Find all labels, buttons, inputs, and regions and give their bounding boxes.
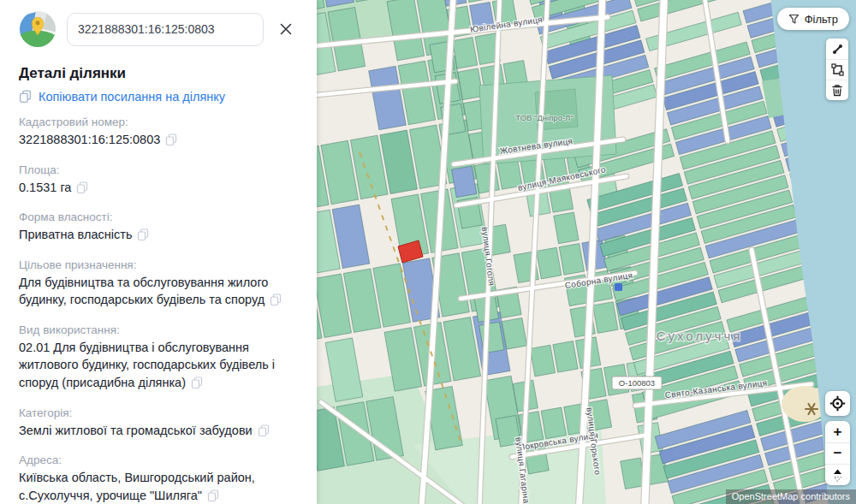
bus-stop-icon [615, 283, 622, 291]
zoom-out-button[interactable]: − [825, 442, 850, 464]
map-canvas: Ювілейна вулиця Жовтнева вулиця вулиця М… [317, 0, 856, 504]
ruler-icon [831, 43, 844, 56]
map-attribution[interactable]: OpenStreetMap contributors [726, 489, 856, 504]
field-label: Кадастровий номер: [19, 116, 298, 128]
locate-me-button[interactable] [825, 391, 850, 416]
copy-icon[interactable] [165, 133, 177, 151]
field-value: 3221888301:16:125:0803 [19, 133, 160, 146]
field-label: Площа: [19, 163, 298, 176]
road-ref-label: О-100803 [619, 378, 655, 388]
field-value: Для будівництва та обслуговування жилого… [19, 276, 268, 307]
copy-icon[interactable] [258, 424, 270, 442]
copy-icon[interactable] [76, 181, 88, 199]
zoom-in-button[interactable]: + [825, 421, 850, 442]
panel-header [19, 10, 298, 48]
details-panel: Деталі ділянки Копіювати посилання на ді… [0, 0, 317, 504]
draw-tools [826, 39, 848, 100]
cadastral-map-app: Деталі ділянки Копіювати посилання на ді… [0, 0, 856, 504]
company-label: ТОВ "Дніпро-Л" [515, 113, 573, 122]
measure-area-button[interactable] [826, 59, 848, 80]
copy-icon[interactable] [137, 228, 149, 246]
funnel-icon [788, 14, 800, 25]
field-address: Адреса: Київська область, Вишгородський … [19, 454, 298, 504]
field-ownership: Форма власності: Приватна власність [19, 210, 298, 246]
field-use-type: Вид використання: 02.01 Для будівництва … [19, 323, 298, 394]
app-logo-icon[interactable] [19, 10, 56, 48]
zoom-step-button[interactable] [825, 464, 850, 485]
town-label: Сухолуччя [657, 329, 743, 343]
copy-icon[interactable] [207, 489, 219, 504]
field-purpose: Цільове призначення: Для будівництва та … [19, 258, 298, 311]
copy-link-icon [19, 90, 32, 104]
field-label: Категорія: [19, 406, 298, 419]
copy-link-label: Копіювати посилання на ділянку [39, 90, 225, 104]
page-title: Деталі ділянки [19, 65, 298, 82]
field-category: Категорія: Землі житлової та громадської… [19, 406, 298, 442]
copy-icon[interactable] [191, 377, 203, 394]
field-label: Форма власності: [19, 210, 298, 223]
measure-distance-button[interactable] [826, 39, 848, 59]
clear-measurements-button[interactable] [826, 80, 848, 100]
filter-label: Фільтр [805, 13, 838, 26]
field-value: Землі житлової та громадської забудови [19, 424, 253, 437]
trash-icon [831, 84, 843, 97]
field-area: Площа: 0.1531 га [19, 163, 298, 199]
field-value: 0.1531 га [19, 181, 71, 194]
field-value: Київська область, Вишгородський район, с… [19, 471, 255, 502]
locate-icon [829, 395, 846, 412]
close-panel-button[interactable] [274, 17, 298, 41]
field-cadastral-number: Кадастровий номер: 3221888301:16:125:080… [19, 116, 298, 151]
field-value: 02.01 Для будівництва і обслуговування ж… [19, 341, 275, 389]
field-value: Приватна власність [19, 228, 132, 241]
field-label: Цільове призначення: [19, 258, 298, 271]
zoom-controls: + − [825, 421, 850, 485]
search-input[interactable] [67, 13, 264, 46]
step-triangles-icon [832, 468, 843, 483]
copy-icon[interactable] [270, 294, 282, 311]
map[interactable]: Ювілейна вулиця Жовтнева вулиця вулиця М… [317, 0, 856, 504]
area-frame-icon [831, 63, 844, 76]
copy-parcel-link[interactable]: Копіювати посилання на ділянку [19, 90, 298, 104]
filter-button[interactable]: Фільтр [777, 8, 849, 30]
close-icon [279, 22, 293, 36]
field-label: Адреса: [19, 454, 298, 466]
field-label: Вид використання: [19, 323, 298, 336]
